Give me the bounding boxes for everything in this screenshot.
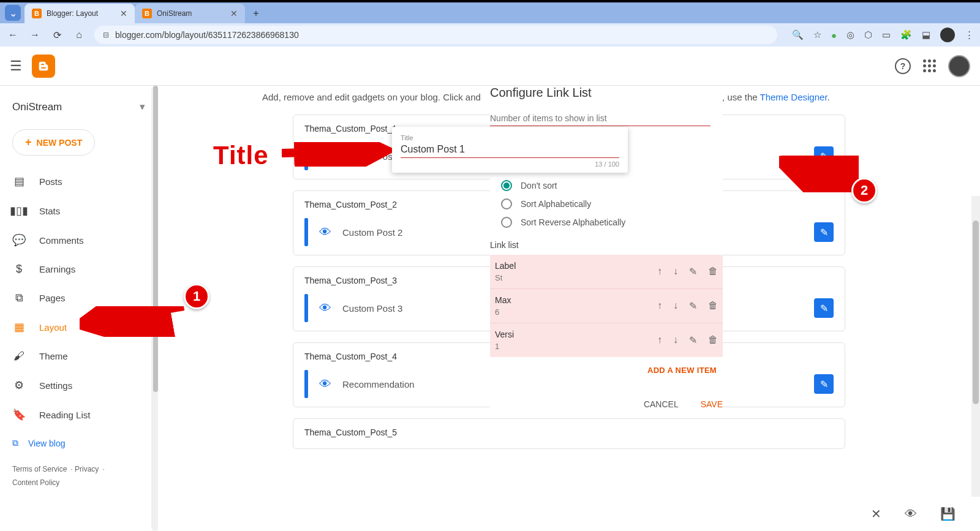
chevron-down-icon: ▾ <box>140 100 145 113</box>
sidebar-item-theme[interactable]: 🖌 Theme <box>0 342 157 371</box>
blogger-favicon: B <box>142 9 152 18</box>
extension-icon[interactable]: ● <box>831 30 837 40</box>
help-icon[interactable]: ? <box>895 58 911 74</box>
link-label: Label <box>495 261 657 271</box>
sidebar-item-reading-list[interactable]: 🔖 Reading List <box>0 400 157 429</box>
drag-handle[interactable] <box>304 218 308 246</box>
sidebar-item-settings[interactable]: ⚙ Settings <box>0 371 157 400</box>
account-avatar[interactable] <box>948 55 970 77</box>
visibility-icon[interactable]: 👁 <box>319 301 331 315</box>
sidebar-item-label: Layout <box>39 322 67 333</box>
edit-gadget-button[interactable]: ✎ <box>814 374 834 394</box>
sidebar-item-label: Posts <box>39 176 62 187</box>
blog-name: OniStream <box>12 101 62 113</box>
address-bar[interactable]: ⊟ blogger.com/blog/layout/63511726238669… <box>94 26 777 44</box>
sidebar-item-comments[interactable]: 💬 Comments <box>0 225 157 255</box>
gadget-name: Custom Post 2 <box>342 227 402 238</box>
blogger-favicon: B <box>32 9 42 18</box>
blogger-logo[interactable] <box>32 55 55 78</box>
new-tab-button[interactable]: + <box>247 5 265 22</box>
theme-designer-link[interactable]: Theme Designer <box>760 92 827 102</box>
delete-icon[interactable]: 🗑 <box>708 266 718 277</box>
move-up-icon[interactable]: ↑ <box>657 266 662 277</box>
sort-option[interactable]: Sort Alphabetically <box>490 195 723 213</box>
drag-handle[interactable] <box>304 370 308 398</box>
link-value: 6 <box>495 307 657 317</box>
edit-icon[interactable]: ✎ <box>689 300 697 312</box>
close-icon[interactable]: ✕ <box>871 507 881 521</box>
preview-icon[interactable]: 👁 <box>905 507 917 521</box>
move-down-icon[interactable]: ↓ <box>673 300 678 312</box>
delete-icon[interactable]: 🗑 <box>708 334 718 346</box>
save-button[interactable]: SAVE <box>701 399 723 409</box>
bookmark-icon[interactable]: ☆ <box>813 29 821 40</box>
visibility-icon[interactable]: 👁 <box>319 377 331 391</box>
title-input[interactable]: Custom Post 1 <box>401 141 619 158</box>
add-new-item-button[interactable]: ADD A NEW ITEM <box>490 366 717 375</box>
move-up-icon[interactable]: ↑ <box>657 300 662 312</box>
apps-icon[interactable] <box>923 59 936 72</box>
site-info-icon[interactable]: ⊟ <box>103 31 109 39</box>
drag-handle[interactable] <box>304 294 308 322</box>
browser-tab-active[interactable]: B Blogger: Layout ✕ <box>24 4 135 23</box>
sidebar-item-label: Theme <box>39 351 68 361</box>
link-value: 1 <box>495 342 657 351</box>
save-icon[interactable]: 💾 <box>940 507 956 521</box>
profile-avatar[interactable] <box>940 28 955 42</box>
sort-label: Sort Alphabetically <box>521 199 591 209</box>
bottom-action-bar: ✕ 👁 💾 <box>845 497 980 531</box>
blog-selector[interactable]: OniStream ▾ <box>0 96 157 118</box>
sidebar-item-earnings[interactable]: $ Earnings <box>0 255 157 284</box>
scrollbar[interactable] <box>971 196 980 531</box>
hamburger-icon[interactable]: ☰ <box>10 58 22 74</box>
extension-icon[interactable]: ▭ <box>882 29 891 40</box>
sidebar-item-posts[interactable]: ▤ Posts <box>0 167 157 196</box>
privacy-link[interactable]: Privacy <box>75 465 99 473</box>
sort-label: Don't sort <box>521 181 557 190</box>
edit-gadget-button[interactable]: ✎ <box>814 222 834 242</box>
visibility-icon[interactable]: 👁 <box>319 225 331 239</box>
new-post-button[interactable]: + NEW POST <box>12 129 95 156</box>
items-count-input[interactable] <box>490 111 710 126</box>
app-header: ☰ ? <box>0 47 980 86</box>
sidebar-item-label: Reading List <box>39 410 90 420</box>
move-down-icon[interactable]: ↓ <box>673 334 678 346</box>
extensions-icon[interactable]: 🧩 <box>900 29 912 40</box>
back-icon[interactable]: ← <box>6 29 20 40</box>
zoom-icon[interactable]: 🔍 <box>792 29 804 40</box>
forward-icon[interactable]: → <box>28 29 42 40</box>
link-item: Versi 1 ↑ ↓ ✎ 🗑 <box>490 323 723 357</box>
annotation-arrow <box>80 306 187 337</box>
close-icon[interactable]: ✕ <box>230 9 238 18</box>
panel-title: Configure Link List <box>490 86 723 100</box>
stats-icon: ▮▯▮ <box>12 204 26 217</box>
sort-option[interactable]: Don't sort <box>490 176 723 195</box>
home-icon[interactable]: ⌂ <box>72 29 86 40</box>
terms-link[interactable]: Terms of Service <box>12 465 67 473</box>
content-policy-link[interactable]: Content Policy <box>12 478 59 487</box>
sidebar-item-label: Earnings <box>39 264 75 274</box>
close-icon[interactable]: ✕ <box>120 9 127 18</box>
sidebar-item-label: Settings <box>39 380 72 391</box>
delete-icon[interactable]: 🗑 <box>708 300 718 312</box>
sort-option[interactable]: Sort Reverse Alphabetically <box>490 213 723 232</box>
cancel-button[interactable]: CANCEL <box>644 399 679 409</box>
extension-icon[interactable]: ⬡ <box>864 29 872 40</box>
gadget-section: Thema_Custom_Post_5 <box>293 418 845 449</box>
url-text: blogger.com/blog/layout/6351172623866968… <box>115 30 299 40</box>
layout-icon: ▦ <box>12 320 26 334</box>
edit-icon[interactable]: ✎ <box>689 266 697 277</box>
move-down-icon[interactable]: ↓ <box>673 266 678 277</box>
download-icon[interactable]: ⬓ <box>922 29 930 40</box>
edit-gadget-button[interactable]: ✎ <box>814 298 834 318</box>
tooltip-label: Title <box>401 134 619 141</box>
tab-search-button[interactable]: ⌄ <box>5 5 21 21</box>
move-up-icon[interactable]: ↑ <box>657 334 662 346</box>
extension-icon[interactable]: ◎ <box>846 29 854 40</box>
view-blog-link[interactable]: ⧉ View blog <box>0 429 157 457</box>
sidebar-item-stats[interactable]: ▮▯▮ Stats <box>0 196 157 225</box>
reload-icon[interactable]: ⟳ <box>50 29 64 41</box>
edit-icon[interactable]: ✎ <box>689 334 697 346</box>
browser-tab[interactable]: B OniStream ✕ <box>135 4 245 23</box>
menu-icon[interactable]: ⋮ <box>965 29 974 40</box>
